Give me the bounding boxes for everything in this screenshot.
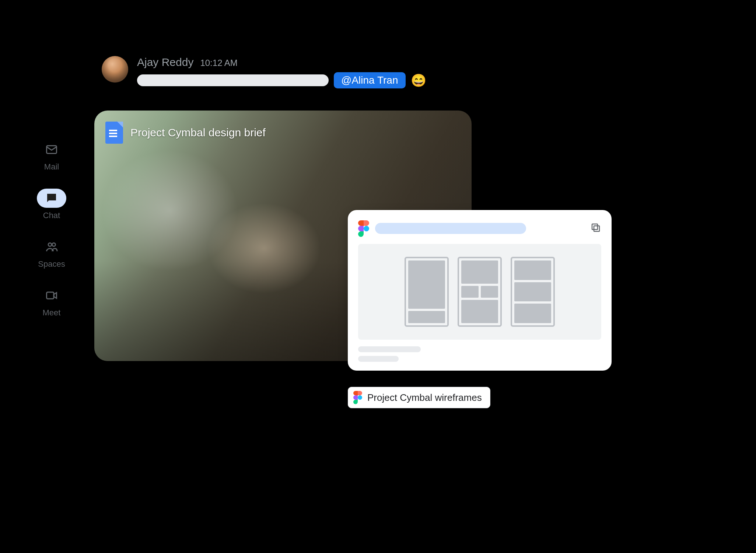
- figma-icon: [358, 220, 369, 237]
- nav-label: Chat: [43, 211, 60, 220]
- wireframe-frame: [458, 257, 502, 327]
- figma-attachment-chip[interactable]: Project Cymbal wireframes: [348, 387, 490, 408]
- copy-icon[interactable]: [590, 222, 601, 235]
- figma-preview-card[interactable]: [348, 210, 612, 371]
- figma-title-placeholder: [375, 223, 526, 234]
- message-timestamp: 10:12 AM: [200, 58, 237, 68]
- nav-label: Mail: [44, 162, 59, 172]
- google-docs-icon: [105, 122, 123, 144]
- wireframe-frame: [405, 257, 449, 327]
- nav-label: Meet: [43, 308, 61, 318]
- meet-icon: [37, 286, 66, 305]
- mail-icon: [37, 140, 66, 159]
- spaces-icon: [37, 237, 66, 256]
- nav-label: Spaces: [38, 259, 65, 269]
- message-text-placeholder: [137, 74, 329, 86]
- avatar[interactable]: [102, 56, 128, 83]
- figma-icon: [353, 391, 362, 404]
- wireframe-canvas: [358, 244, 601, 340]
- nav-item-meet[interactable]: Meet: [37, 286, 66, 318]
- svg-rect-4: [594, 226, 599, 231]
- svg-point-2: [52, 243, 56, 246]
- figma-chip-label: Project Cymbal wireframes: [367, 392, 482, 403]
- emoji-reaction[interactable]: 😄: [411, 73, 426, 88]
- nav-item-spaces[interactable]: Spaces: [37, 237, 66, 269]
- figma-meta-placeholder: [358, 346, 421, 352]
- wireframe-frame: [511, 257, 555, 327]
- svg-rect-5: [592, 224, 598, 230]
- svg-point-1: [48, 243, 52, 246]
- nav-item-chat[interactable]: Chat: [37, 189, 66, 220]
- chat-icon: [37, 189, 66, 208]
- chat-message: Ajay Reddy 10:12 AM @Alina Tran 😄: [102, 56, 426, 88]
- figma-meta-placeholder: [358, 356, 399, 362]
- app-side-nav: Mail Chat Spaces Meet: [37, 140, 66, 318]
- sender-name: Ajay Reddy: [137, 56, 193, 69]
- mention-chip[interactable]: @Alina Tran: [334, 72, 406, 88]
- nav-item-mail[interactable]: Mail: [37, 140, 66, 172]
- doc-title: Project Cymbal design brief: [130, 126, 266, 139]
- svg-rect-3: [47, 292, 54, 299]
